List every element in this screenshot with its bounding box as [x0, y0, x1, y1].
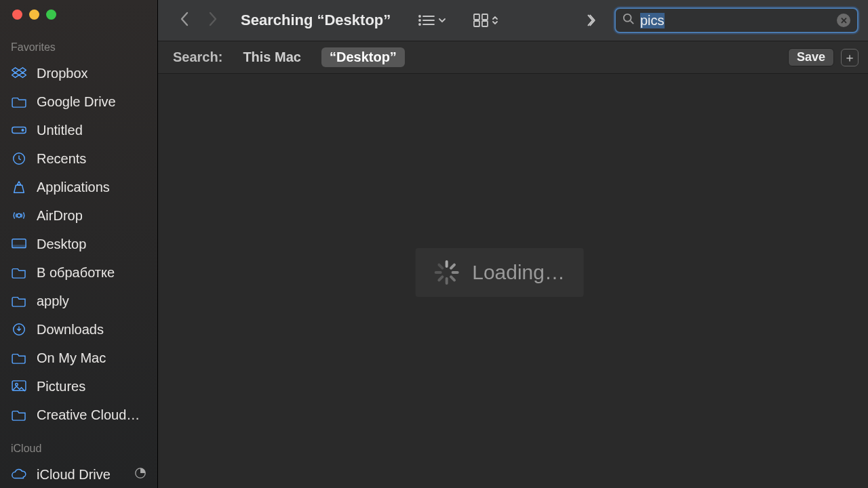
sidebar-section-icloud: iCloud: [0, 439, 157, 460]
minimize-window-button[interactable]: [29, 9, 39, 20]
updown-icon: [491, 14, 499, 26]
disk-icon: [11, 124, 27, 136]
sidebar-item-dropbox[interactable]: Dropbox: [0, 59, 157, 87]
loading-indicator: Loading…: [415, 248, 584, 297]
svg-line-21: [631, 21, 634, 24]
svg-point-14: [419, 24, 420, 25]
sidebar-item-applications[interactable]: Applications: [0, 173, 157, 201]
back-button[interactable]: [176, 8, 193, 33]
search-input[interactable]: [640, 13, 837, 28]
sidebar-item-recents[interactable]: Recents: [0, 144, 157, 173]
svg-point-20: [624, 14, 631, 22]
search-field[interactable]: ✕: [614, 7, 859, 33]
add-criteria-button[interactable]: ＋: [841, 49, 859, 66]
sidebar-item-label: Downloads: [37, 319, 104, 340]
toolbar: Searching “Desktop” ✕: [158, 0, 868, 41]
more-toolbar-button[interactable]: [580, 10, 604, 30]
clear-search-button[interactable]: ✕: [837, 14, 850, 27]
sidebar-item-on-my-mac[interactable]: On My Mac: [0, 344, 157, 372]
sidebar-item-google-drive[interactable]: Google Drive: [0, 87, 157, 116]
sidebar-item-label: Desktop: [37, 234, 86, 254]
sidebar-item-label: Pictures: [37, 376, 85, 396]
scope-desktop[interactable]: “Desktop”: [321, 47, 405, 67]
desktop-icon: [11, 238, 27, 250]
sidebar-item-desktop[interactable]: Desktop: [0, 230, 157, 258]
sidebar-item-label: Dropbox: [37, 63, 88, 83]
scope-this-mac[interactable]: This Mac: [235, 47, 309, 67]
sidebar-item-label: AirDrop: [37, 205, 83, 226]
results-pane: Loading…: [158, 74, 868, 488]
sidebar-item-label: В обработке: [37, 262, 115, 283]
icloud-icon: [11, 468, 27, 481]
svg-rect-5: [12, 245, 26, 248]
folder-icon: [11, 266, 27, 279]
search-scope-bar: Search: This Mac “Desktop” Save ＋: [158, 41, 868, 74]
svg-rect-17: [482, 14, 488, 20]
applications-icon: [11, 180, 27, 195]
sidebar-item-apply[interactable]: apply: [0, 287, 157, 315]
sidebar-item-label: On My Mac: [37, 348, 106, 368]
svg-point-10: [419, 16, 420, 17]
folder-icon: [11, 295, 27, 307]
dropbox-icon: [11, 66, 27, 80]
sidebar-item-untitled-disk[interactable]: Untitled: [0, 116, 157, 144]
airdrop-icon: [11, 208, 27, 223]
sidebar: Favorites Dropbox Google Drive Untitled …: [0, 0, 157, 488]
svg-point-3: [17, 214, 21, 218]
svg-point-12: [419, 20, 420, 21]
svg-rect-19: [482, 21, 488, 26]
sidebar-item-label: Recents: [37, 148, 86, 169]
sidebar-item-airdrop[interactable]: AirDrop: [0, 201, 157, 230]
svg-point-8: [16, 384, 18, 386]
sidebar-item-downloads[interactable]: Downloads: [0, 315, 157, 344]
save-search-button[interactable]: Save: [788, 48, 834, 66]
sidebar-item-label: apply: [37, 291, 69, 311]
sidebar-item-pictures[interactable]: Pictures: [0, 372, 157, 401]
sidebar-item-label: Untitled: [37, 120, 83, 140]
forward-button[interactable]: [204, 8, 222, 33]
sidebar-item-label: Google Drive: [37, 92, 116, 112]
sidebar-item-creative-cloud[interactable]: Creative Cloud…: [0, 401, 157, 429]
svg-point-1: [22, 129, 24, 131]
view-list-button[interactable]: [414, 11, 450, 30]
sidebar-item-icloud-drive[interactable]: iCloud Drive: [0, 460, 157, 488]
pictures-icon: [11, 380, 27, 392]
folder-icon: [11, 352, 27, 364]
main-pane: Searching “Desktop” ✕ Search: This Mac “…: [157, 0, 868, 488]
svg-rect-16: [474, 14, 479, 20]
sidebar-section-favorites: Favorites: [0, 37, 157, 59]
scope-label: Search:: [173, 49, 222, 65]
svg-rect-18: [474, 21, 479, 26]
loading-text: Loading…: [472, 261, 565, 284]
window-title: Searching “Desktop”: [241, 12, 391, 29]
spinner-icon: [434, 260, 458, 285]
close-window-button[interactable]: [12, 9, 22, 20]
sidebar-item-label: Creative Cloud…: [37, 405, 140, 425]
chevron-down-icon: [438, 16, 446, 24]
folder-icon: [11, 96, 27, 108]
folder-icon: [11, 409, 27, 421]
sidebar-item-processing[interactable]: В обработке: [0, 258, 157, 287]
search-icon: [623, 13, 635, 28]
sidebar-item-label: iCloud Drive: [37, 464, 111, 485]
download-icon: [11, 322, 27, 337]
group-by-button[interactable]: [469, 11, 503, 30]
sync-progress-icon: [134, 464, 146, 485]
zoom-window-button[interactable]: [46, 9, 56, 20]
clock-icon: [11, 151, 27, 166]
window-controls: [0, 9, 157, 37]
sidebar-item-label: Applications: [37, 177, 110, 197]
